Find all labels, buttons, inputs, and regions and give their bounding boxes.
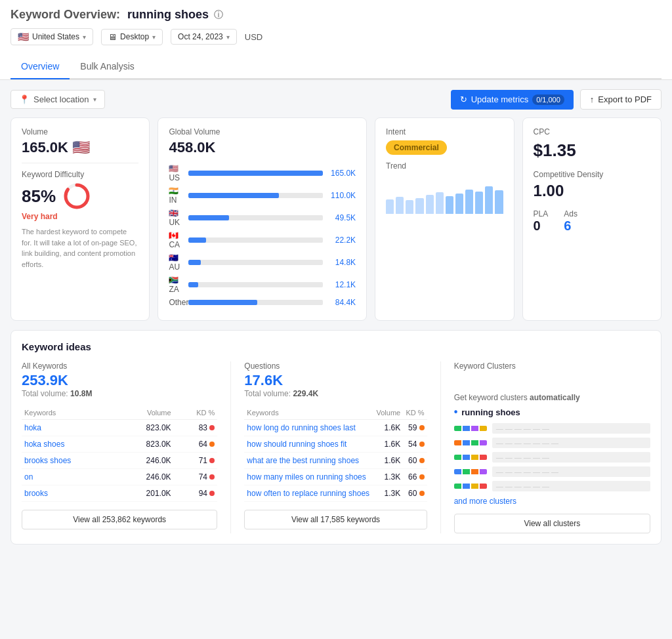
kd-number: 85% — [22, 186, 56, 207]
q-kd-1: 59 — [403, 420, 427, 436]
svg-point-1 — [66, 185, 88, 207]
toolbar-actions: ↻ Update metrics 0/1,000 ↑ Export to PDF — [451, 89, 662, 110]
chevron-down-icon: ▾ — [226, 33, 230, 41]
kw-kd-brooks: 94 — [174, 485, 218, 502]
volume-card: Volume 165.0K 🇺🇸 Keyword Difficulty 85% — [10, 117, 150, 321]
intent-trend-card: Intent Commercial Trend — [375, 117, 514, 321]
gv-num-in: 110.0K — [327, 191, 356, 200]
cluster-text-2: — — — — — — — — [492, 438, 650, 448]
cluster-seg — [471, 455, 478, 460]
table-row: how many miles on running shoes 1.3K 66 — [244, 469, 427, 485]
view-all-questions-button[interactable]: View all 17,585 keywords — [244, 510, 427, 529]
gv-num-uk: 49.5K — [327, 213, 356, 222]
gv-flag-za: 🇿🇦 ZA — [169, 276, 184, 294]
cluster-seg — [454, 426, 461, 431]
gv-bar-in — [188, 193, 323, 198]
q-col-volume: Volume — [373, 406, 403, 420]
gv-bar-uk — [188, 215, 323, 220]
kd-label: Keyword Difficulty — [22, 170, 138, 179]
kw-kd-on: 74 — [174, 469, 218, 485]
cluster-seg — [463, 484, 470, 489]
table-row: what are the best running shoes 1.6K 60 — [244, 453, 427, 469]
q-link-what-are-best[interactable]: what are the best running shoes — [247, 456, 359, 465]
q-kd-5: 60 — [403, 485, 427, 502]
trend-bar-9 — [465, 190, 473, 214]
location-select[interactable]: 📍 Select location ▾ — [10, 90, 105, 109]
cluster-seg — [463, 455, 470, 460]
keyword-link-hoka[interactable]: hoka — [24, 423, 41, 432]
gv-row-uk: 🇬🇧 UK 49.5K — [169, 209, 356, 227]
gv-row-za: 🇿🇦 ZA 12.1K — [169, 276, 356, 294]
table-row: how often to replace running shoes 1.3K … — [244, 485, 427, 502]
kw-volume-brooks: 201.0K — [118, 485, 174, 502]
trend-bar-3 — [406, 200, 413, 214]
intent-label: Intent — [386, 127, 503, 136]
kd-dot-red — [209, 458, 215, 463]
gv-num-au: 14.8K — [327, 258, 356, 267]
q-volume-3: 1.6K — [373, 453, 403, 469]
export-icon: ↑ — [590, 94, 595, 104]
cluster-item-1: — — — — — — — [454, 423, 650, 434]
q-col-kd: KD % — [403, 406, 427, 420]
q-col-keywords: Keywords — [244, 406, 373, 420]
questions-total: Total volume: 229.4K — [244, 389, 427, 398]
q-volume-1: 1.6K — [373, 420, 403, 436]
chevron-down-icon: ▾ — [93, 96, 96, 103]
cluster-item-2: — — — — — — — — [454, 438, 650, 448]
kd-dot-red — [209, 474, 215, 480]
cluster-seg — [454, 484, 461, 489]
cluster-item-3: — — — — — — — [454, 452, 650, 463]
trend-bar-12 — [495, 190, 503, 214]
trend-bar-4 — [415, 198, 423, 214]
global-volume-value: 458.0K — [169, 139, 356, 156]
questions-total-label: Total volume: — [244, 389, 291, 398]
more-clusters-link[interactable]: and more clusters — [454, 497, 650, 506]
trend-label: Trend — [386, 161, 503, 171]
pla-label: PLA — [534, 209, 549, 218]
gv-row-au: 🇦🇺 AU 14.8K — [169, 253, 356, 272]
gv-bar-ca — [188, 237, 323, 243]
cluster-seg — [480, 469, 487, 474]
kd-dot-red — [209, 491, 215, 496]
q-link-how-long[interactable]: how long do running shoes last — [247, 423, 355, 432]
q-link-how-often[interactable]: how often to replace running shoes — [247, 489, 369, 498]
info-icon[interactable]: ⓘ — [214, 9, 223, 21]
table-row: how should running shoes fit 1.6K 54 — [244, 436, 427, 453]
cluster-item-4: — — — — — — — — [454, 466, 650, 477]
keyword-link-on[interactable]: on — [24, 472, 33, 482]
keyword-link-hoka-shoes[interactable]: hoka shoes — [24, 440, 64, 449]
keyword-link-brooks-shoes[interactable]: brooks shoes — [24, 456, 71, 465]
keyword-ideas-title: Keyword ideas — [22, 341, 650, 352]
kd-value: 85% — [22, 182, 138, 211]
q-link-how-many-miles[interactable]: how many miles on running shoes — [247, 472, 366, 482]
gv-row-ca: 🇨🇦 CA 22.2K — [169, 231, 356, 249]
q-link-how-should[interactable]: how should running shoes fit — [247, 440, 346, 449]
tab-overview[interactable]: Overview — [10, 54, 70, 79]
all-keywords-title: All Keywords — [22, 361, 217, 371]
tab-bulk-analysis[interactable]: Bulk Analysis — [70, 54, 144, 79]
table-row: hoka 823.0K 83 — [22, 420, 217, 436]
view-all-keywords-button[interactable]: View all 253,862 keywords — [22, 510, 217, 529]
view-all-clusters-button[interactable]: View all clusters — [454, 514, 650, 533]
cluster-seg — [480, 426, 487, 431]
page-title: Keyword Overview: running shoes — [10, 8, 209, 22]
device-filter[interactable]: 🖥 Desktop ▾ — [101, 29, 163, 45]
gv-num-ca: 22.2K — [327, 236, 356, 245]
table-row: brooks shoes 246.0K 71 — [22, 453, 217, 469]
header-title-row: Keyword Overview: running shoes ⓘ — [10, 8, 662, 22]
questions-total-value: 229.4K — [293, 389, 318, 398]
cluster-seg — [471, 469, 478, 474]
kd-dot-orange — [419, 491, 425, 496]
trend-bar-7 — [446, 196, 453, 214]
keyword-link-brooks[interactable]: brooks — [24, 489, 48, 498]
gv-bar-za — [188, 282, 323, 287]
country-filter[interactable]: 🇺🇸 United States ▾ — [10, 28, 93, 45]
date-filter[interactable]: Oct 24, 2023 ▾ — [171, 29, 237, 45]
all-keywords-count: 253.9K — [22, 372, 217, 389]
kd-dot-red — [209, 425, 215, 430]
update-metrics-button[interactable]: ↻ Update metrics 0/1,000 — [451, 90, 574, 110]
competitive-density-label: Competitive Density — [534, 170, 650, 179]
gv-row-other: Other 84.4K — [169, 298, 356, 307]
export-pdf-button[interactable]: ↑ Export to PDF — [580, 89, 662, 110]
ads-item: Ads 6 — [564, 209, 578, 234]
